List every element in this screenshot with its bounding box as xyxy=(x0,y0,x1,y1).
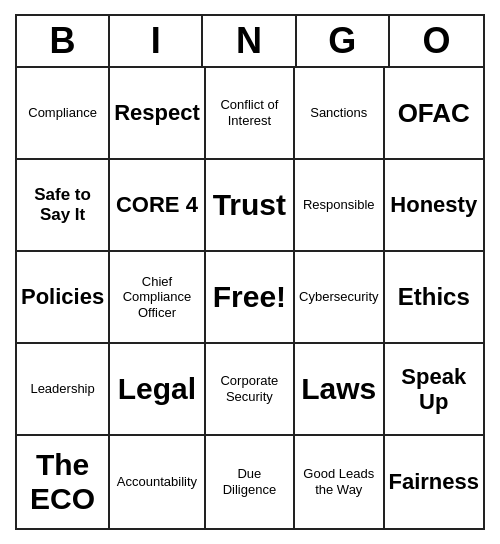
bingo-header: B I N G O xyxy=(17,16,483,68)
bingo-card: B I N G O Compliance Respect Conflict of… xyxy=(15,14,485,530)
cell-r2c2: CORE 4 xyxy=(110,160,206,252)
cell-r4c1: Leadership xyxy=(17,344,110,436)
cell-r3c1: Policies xyxy=(17,252,110,344)
cell-r1c4: Sanctions xyxy=(295,68,384,160)
cell-r2c3: Trust xyxy=(206,160,295,252)
header-n: N xyxy=(203,16,296,66)
header-b: B xyxy=(17,16,110,66)
cell-r3c3: Free! xyxy=(206,252,295,344)
cell-r1c3: Conflict of Interest xyxy=(206,68,295,160)
cell-r5c3: Due Diligence xyxy=(206,436,295,528)
header-g: G xyxy=(297,16,390,66)
cell-r5c1: The ECO xyxy=(17,436,110,528)
cell-r4c2: Legal xyxy=(110,344,206,436)
header-i: I xyxy=(110,16,203,66)
header-o: O xyxy=(390,16,483,66)
cell-r1c2: Respect xyxy=(110,68,206,160)
cell-r1c5: OFAC xyxy=(385,68,484,160)
cell-r2c4: Responsible xyxy=(295,160,384,252)
cell-r5c5: Fairness xyxy=(385,436,484,528)
cell-r2c1: Safe to Say It xyxy=(17,160,110,252)
cell-r3c2: Chief Compliance Officer xyxy=(110,252,206,344)
cell-r1c1: Compliance xyxy=(17,68,110,160)
cell-r3c4: Cybersecurity xyxy=(295,252,384,344)
bingo-grid: Compliance Respect Conflict of Interest … xyxy=(17,68,483,528)
cell-r5c2: Accountability xyxy=(110,436,206,528)
cell-r4c3: Corporate Security xyxy=(206,344,295,436)
cell-r5c4: Good Leads the Way xyxy=(295,436,384,528)
cell-r3c5: Ethics xyxy=(385,252,484,344)
cell-r4c5: Speak Up xyxy=(385,344,484,436)
cell-r4c4: Laws xyxy=(295,344,384,436)
cell-r2c5: Honesty xyxy=(385,160,484,252)
